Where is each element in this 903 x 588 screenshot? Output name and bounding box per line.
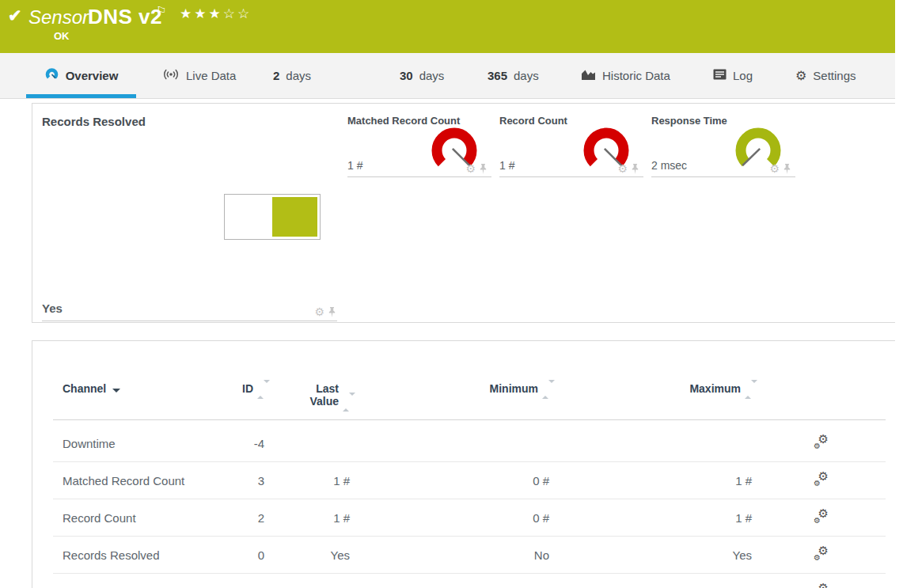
tab-30-days[interactable]: 30 days	[400, 53, 444, 98]
records-resolved-value: Yes	[42, 302, 63, 315]
table-row: Record Count 2 1 # 0 # 1 # ⚙⚙	[53, 499, 886, 537]
tab-number: 2	[273, 69, 279, 82]
column-header-last-value[interactable]: Last Value	[270, 377, 355, 420]
gauge-actions: ⚙	[769, 163, 791, 174]
channel-minimum	[355, 420, 555, 462]
gauge-actions: ⚙	[465, 163, 487, 174]
scrollbar-gutter[interactable]	[895, 0, 903, 588]
tab-log[interactable]: Log	[713, 53, 753, 98]
tab-label: Log	[733, 69, 753, 82]
tab-number: 365	[488, 69, 507, 82]
sensor-header: ✔ Sensor DNS v2 ⚐ ★★★☆☆ OK	[0, 0, 895, 53]
table-header-row: Channel ID Last Value Minimum Maximum	[53, 377, 886, 420]
sort-icon	[343, 396, 355, 408]
gauge-icon	[44, 68, 59, 83]
overview-panel: Records Resolved Yes ⚙ Matched Record Co…	[32, 103, 896, 323]
channel-name: Matched Record Count	[53, 462, 238, 499]
tab-live-data[interactable]: Live Data	[162, 53, 236, 98]
pin-icon[interactable]	[328, 307, 336, 317]
log-list-icon	[713, 69, 727, 82]
channel-name: Downtime	[53, 420, 238, 462]
channel-maximum	[555, 420, 757, 462]
sort-desc-icon	[112, 389, 120, 393]
gear-icon[interactable]: ⚙	[314, 306, 324, 317]
priority-flag-icon[interactable]: ⚐	[156, 4, 166, 18]
tab-label: days	[514, 69, 539, 82]
status-ok-check-icon: ✔	[8, 6, 22, 25]
column-label: Channel	[63, 382, 106, 395]
tab-label: Settings	[813, 69, 856, 82]
column-header-minimum[interactable]: Minimum	[355, 377, 555, 420]
column-header-actions	[757, 377, 886, 420]
tab-settings[interactable]: ⚙ Settings	[795, 53, 856, 98]
gauge-matched-record-count: Matched Record Count 1 # ⚙	[347, 115, 491, 177]
channel-id: 3	[238, 462, 270, 499]
gauge-record-count: Record Count 1 # ⚙	[499, 115, 643, 177]
channel-id: 1	[238, 574, 270, 588]
channel-last-value: 2 msec	[270, 574, 355, 588]
tab-label: Overview	[66, 69, 119, 82]
channel-minimum: No	[355, 537, 555, 574]
pin-icon[interactable]	[783, 164, 791, 174]
table-row: Downtime -4 ⚙⚙	[53, 420, 886, 462]
column-header-id[interactable]: ID	[238, 377, 270, 420]
tab-label: Historic Data	[602, 69, 670, 82]
channel-last-value: Yes	[270, 537, 355, 574]
channel-maximum: Yes	[555, 537, 757, 574]
channel-name: Records Resolved	[53, 537, 238, 574]
records-resolved-footer: Yes ⚙	[42, 297, 337, 321]
table-row: Records Resolved 0 Yes No Yes ⚙⚙	[53, 537, 886, 574]
live-broadcast-icon	[162, 68, 180, 83]
gauge-response-time: Response Time 2 msec ⚙	[651, 115, 795, 177]
tab-historic-data[interactable]: Historic Data	[581, 53, 670, 98]
column-label: Last Value	[304, 382, 339, 408]
column-header-channel[interactable]: Channel	[53, 377, 238, 420]
tab-overview[interactable]: Overview	[26, 53, 136, 98]
priority-stars[interactable]: ★★★☆☆	[180, 6, 252, 22]
pin-icon[interactable]	[632, 164, 639, 174]
gauge-value: 2 msec	[651, 159, 687, 172]
channel-name: Record Count	[53, 499, 238, 537]
channel-id: 2	[238, 499, 270, 537]
channel-maximum: 237 msec	[555, 574, 757, 588]
pin-icon[interactable]	[480, 164, 487, 174]
sort-icon	[542, 383, 555, 396]
table-row: Matched Record Count 3 1 # 0 # 1 # ⚙⚙	[53, 462, 886, 499]
gauge-actions: ⚙	[617, 163, 639, 174]
gauge-title: Matched Record Count	[347, 115, 491, 127]
records-resolved-title: Records Resolved	[42, 115, 146, 128]
channels-panel: Channel ID Last Value Minimum Maximum	[32, 340, 896, 588]
channel-settings-gears-icon[interactable]: ⚙⚙	[814, 510, 829, 523]
channel-settings-gears-icon[interactable]: ⚙⚙	[814, 472, 829, 486]
gear-icon[interactable]: ⚙	[617, 163, 628, 174]
gauge-value: 1 #	[347, 159, 362, 172]
channel-name: Response Time	[53, 574, 238, 588]
tab-365-days[interactable]: 365 days	[488, 53, 539, 98]
channel-settings-gears-icon[interactable]: ⚙⚙	[814, 435, 829, 449]
tab-label: days	[286, 69, 311, 82]
channel-settings-gears-icon[interactable]: ⚙⚙	[814, 547, 829, 560]
gauge-title: Record Count	[499, 115, 643, 127]
channel-minimum: 0 #	[355, 462, 555, 499]
prtg-sensor-page: ✔ Sensor DNS v2 ⚐ ★★★☆☆ OK Overview	[0, 0, 903, 588]
column-label: Maximum	[689, 382, 741, 395]
records-resolved-swatch-fill	[272, 197, 317, 237]
tab-number: 30	[400, 69, 413, 82]
gear-icon: ⚙	[795, 70, 806, 82]
channel-minimum: 0 msec	[355, 574, 555, 588]
tab-2-days[interactable]: 2 days	[273, 53, 311, 98]
gear-icon[interactable]: ⚙	[465, 163, 476, 174]
channel-maximum: 1 #	[555, 462, 757, 499]
table-row: Response Time 1 2 msec 0 msec 237 msec ⚙…	[53, 574, 886, 588]
tab-label: days	[419, 69, 445, 82]
sort-icon	[745, 383, 757, 396]
records-resolved-actions: ⚙	[314, 306, 336, 317]
status-badge: OK	[54, 30, 70, 42]
channel-minimum: 0 #	[355, 499, 555, 537]
channel-settings-gears-icon[interactable]: ⚙⚙	[814, 584, 829, 588]
column-header-maximum[interactable]: Maximum	[555, 377, 757, 420]
column-label: ID	[242, 382, 253, 395]
gear-icon[interactable]: ⚙	[769, 163, 780, 174]
channel-maximum: 1 #	[555, 499, 757, 537]
column-label: Minimum	[490, 382, 538, 395]
